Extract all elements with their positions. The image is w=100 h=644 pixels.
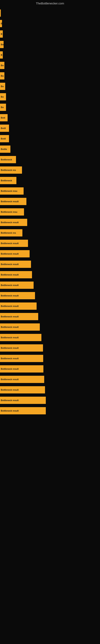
bar-row: Bo bbox=[0, 39, 100, 50]
bottleneck-bar: B bbox=[0, 51, 3, 58]
bottleneck-bar: Bo bbox=[0, 83, 5, 90]
bottleneck-bar: Bottleneck result bbox=[0, 397, 46, 404]
bottleneck-bar: Bottleneck result bbox=[0, 250, 30, 258]
bar-row: Bottleneck result bbox=[0, 301, 100, 311]
bottleneck-bar: Bottleneck bbox=[0, 177, 16, 184]
bottleneck-bar: Bottl bbox=[0, 124, 9, 132]
bottleneck-bar: Bottle bbox=[0, 146, 10, 153]
bar-row: Bottleneck result bbox=[0, 280, 100, 290]
bottleneck-bar: Bottleneck result bbox=[0, 271, 32, 278]
bar-row: Bottleneck res bbox=[0, 228, 100, 238]
bar-row: Bottleneck result bbox=[0, 353, 100, 364]
bar-row: Bo bbox=[0, 71, 100, 81]
bar-row: Bo bbox=[0, 60, 100, 71]
bar-row: Bottleneck result bbox=[0, 406, 100, 416]
bar-row: Bottle bbox=[0, 144, 100, 154]
bar-row: Bottleneck resu bbox=[0, 207, 100, 217]
bottleneck-bar: Bottleneck result bbox=[0, 313, 38, 320]
bottleneck-bar: Bottleneck result bbox=[0, 344, 43, 352]
bottleneck-bar: Bottleneck resu bbox=[0, 187, 24, 194]
bottleneck-bar: Bottleneck result bbox=[0, 240, 28, 247]
bottleneck-bar: Bottleneck result bbox=[0, 219, 27, 226]
bar-row: B bbox=[0, 29, 100, 39]
bar-row: B bbox=[0, 18, 100, 29]
bar-row: Bottleneck result bbox=[0, 259, 100, 270]
bottleneck-bar: Bottleneck result bbox=[0, 407, 46, 414]
bar-row: Bo bbox=[0, 102, 100, 112]
bottleneck-bar: Bottleneck result bbox=[0, 198, 26, 205]
bar-row: Bo bbox=[0, 92, 100, 102]
bar-row: Bottleneck result bbox=[0, 322, 100, 332]
bar-row: Bottleneck res bbox=[0, 165, 100, 175]
bar-row: Bottleneck result bbox=[0, 248, 100, 259]
bar-row: Bottleneck result bbox=[0, 374, 100, 384]
bottleneck-bar: Bottleneck resu bbox=[0, 208, 24, 216]
bottleneck-bar: Bottl bbox=[0, 135, 9, 142]
bar-row: Bott bbox=[0, 112, 100, 123]
bars-container: BBBoBBoBoBoBoBoBottBottlBottlBottleBottl… bbox=[0, 6, 100, 418]
bar-row: Bottleneck result bbox=[0, 364, 100, 374]
site-title: TheBottlenecker.com bbox=[0, 0, 100, 6]
bottleneck-bar: Bottleneck result bbox=[0, 302, 37, 310]
bar-row: Bottleneck result bbox=[0, 343, 100, 353]
bottleneck-bar: Bottleneck result bbox=[0, 355, 43, 362]
bottleneck-bar: Bottleneck result bbox=[0, 334, 41, 341]
bar-row bbox=[0, 8, 100, 18]
bottleneck-bar: Bo bbox=[0, 104, 6, 111]
bottleneck-bar: Bottleneck result bbox=[0, 282, 34, 289]
bar-row: Bottleneck resu bbox=[0, 186, 100, 196]
bar-row: Bottleneck result bbox=[0, 217, 100, 228]
bar-row: Bottleneck result bbox=[0, 238, 100, 248]
bottleneck-bar: Bo bbox=[0, 93, 6, 100]
bottleneck-bar: B bbox=[0, 30, 3, 38]
bottleneck-bar: Bottleneck result bbox=[0, 292, 35, 299]
bar-row: Bottl bbox=[0, 134, 100, 144]
bottleneck-bar: Bottleneck result bbox=[0, 376, 44, 383]
bottleneck-bar: Bottleneck result bbox=[0, 365, 43, 372]
bottleneck-bar: Bott bbox=[0, 114, 8, 121]
bottleneck-bar: Bottleneck res bbox=[0, 166, 22, 174]
bottleneck-bar: Bo bbox=[0, 62, 4, 69]
bar-row: Bottleneck result bbox=[0, 384, 100, 395]
bar-row: Bottleneck result bbox=[0, 395, 100, 406]
bottleneck-bar bbox=[0, 10, 1, 17]
bar-row: Bottleneck bbox=[0, 175, 100, 186]
bar-row: Bottleneck result bbox=[0, 332, 100, 343]
bottleneck-bar: Bottleneck result bbox=[0, 324, 40, 331]
bar-row: Bottleneck result bbox=[0, 290, 100, 301]
bar-row: Bottleneck result bbox=[0, 311, 100, 322]
bottleneck-bar: Bottleneck result bbox=[0, 260, 31, 268]
bar-row: Bottl bbox=[0, 123, 100, 134]
bar-row: Bottleneck result bbox=[0, 196, 100, 207]
bottleneck-bar: B bbox=[0, 20, 2, 27]
bar-row: Bottleneck bbox=[0, 154, 100, 165]
bottleneck-bar: Bottleneck result bbox=[0, 386, 45, 394]
bar-row: B bbox=[0, 50, 100, 60]
bottleneck-bar: Bottleneck res bbox=[0, 229, 22, 236]
bottleneck-bar: Bo bbox=[0, 41, 3, 48]
bar-row: Bo bbox=[0, 81, 100, 92]
bottleneck-bar: Bo bbox=[0, 72, 4, 80]
bottleneck-bar: Bottleneck bbox=[0, 156, 16, 163]
bar-row: Bottleneck result bbox=[0, 270, 100, 280]
